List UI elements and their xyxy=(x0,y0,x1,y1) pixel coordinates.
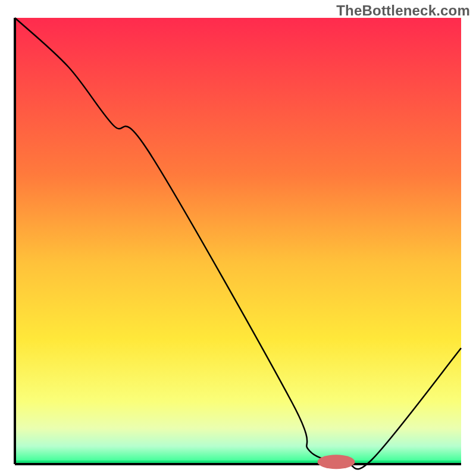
optimal-marker xyxy=(318,455,355,469)
gradient-background xyxy=(15,18,461,464)
bottleneck-chart xyxy=(0,0,476,476)
chart-frame: TheBottleneck.com xyxy=(0,0,476,476)
